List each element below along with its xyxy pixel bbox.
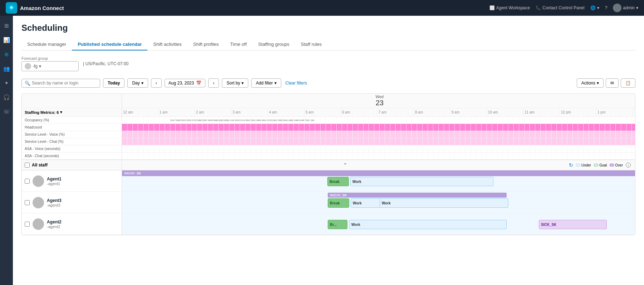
schedule-block-work-agent2[interactable]: Work bbox=[349, 220, 507, 229]
calendar-left-col: Staffing Metrics: 6 ▾ Occupancy (%)Headc… bbox=[22, 94, 122, 160]
calendar-view-button[interactable]: 📋 bbox=[621, 78, 635, 88]
agent-row: Agent1-agent1VACAY_SKBreakWork bbox=[22, 170, 635, 192]
agent-checkbox-agent3[interactable] bbox=[25, 200, 30, 205]
collapse-button[interactable]: ⌃ bbox=[122, 162, 569, 168]
agent-avatar-agent1 bbox=[33, 175, 44, 187]
forecast-label: Forecast group bbox=[21, 56, 79, 61]
time-label-1am: 1 am bbox=[158, 108, 195, 116]
timezone-label: | US/Pacific, UTC-07:00 bbox=[83, 61, 128, 66]
view-selector[interactable]: Day ▾ bbox=[127, 78, 148, 88]
agent-login-agent3: -agent3 bbox=[47, 203, 62, 207]
calendar-header: Staffing Metrics: 6 ▾ Occupancy (%)Headc… bbox=[22, 94, 635, 160]
calendar-grid-icon: 📋 bbox=[625, 81, 631, 86]
refresh-button[interactable]: ↻ bbox=[569, 162, 573, 168]
sidebar-item-scheduling[interactable]: ⊕ bbox=[0, 48, 13, 61]
search-input[interactable] bbox=[32, 81, 97, 86]
help-button[interactable]: ? bbox=[605, 5, 608, 10]
metric-label-asa---voice--seconds-: ASA - Voice (seconds) bbox=[22, 145, 122, 153]
date-display[interactable]: Aug 23, 2023 📅 bbox=[165, 79, 205, 87]
user-menu[interactable]: admin ▾ bbox=[613, 4, 638, 12]
staffing-metrics-chevron: ▾ bbox=[60, 110, 62, 115]
search-box[interactable]: 🔍 bbox=[21, 79, 100, 88]
time-label-11am: 11 am bbox=[523, 108, 560, 116]
actions-button[interactable]: Actions ▾ bbox=[577, 78, 604, 88]
schedule-block-vacay-agent3[interactable]: VACAY_SK bbox=[328, 193, 507, 198]
legend-area: ↻ Under Goal Over i bbox=[569, 162, 635, 168]
agent-login-agent2: -agent2 bbox=[47, 224, 62, 229]
agent-checkbox-agent2[interactable] bbox=[25, 222, 30, 227]
sort-chevron-icon: ▾ bbox=[241, 81, 244, 86]
tab-published-schedule-calendar[interactable]: Published schedule calendar bbox=[72, 39, 147, 50]
schedule-block-work2-agent3[interactable]: Work bbox=[380, 198, 508, 208]
agent-info-agent2: Agent2-agent2 bbox=[22, 213, 122, 235]
toolbar: 🔍 Today Day ▾ ‹ Aug 23, 2023 📅 › Sort by… bbox=[21, 76, 635, 91]
schedule-block-vacay-agent1[interactable]: VACAY_SK bbox=[122, 170, 635, 176]
staffing-metrics-label[interactable]: Staffing Metrics: 6 ▾ bbox=[22, 108, 122, 117]
user-avatar bbox=[613, 4, 621, 12]
forecast-row: Forecast group -fg ▾ | US/Pacific, UTC-0… bbox=[21, 56, 635, 71]
tab-staff-rules[interactable]: Staff rules bbox=[295, 39, 327, 50]
agent-workspace-link[interactable]: ⬜ Agent Workspace bbox=[489, 5, 530, 10]
time-grid-inner: Wed 23 12 am1 am2 am3 am4 am5 am6 am7 am… bbox=[122, 94, 635, 160]
time-label-1pm: 1 pm bbox=[596, 108, 633, 116]
app-logo[interactable]: Amazon Connect bbox=[6, 2, 64, 14]
forecast-chevron-icon: ▾ bbox=[39, 64, 41, 69]
tab-shift-activities[interactable]: Shift activities bbox=[147, 39, 187, 50]
prev-date-button[interactable]: ‹ bbox=[151, 78, 162, 88]
time-label-5am: 5 am bbox=[304, 108, 341, 116]
agent-row: Agent2-agent2Br...WorkSICK_SK bbox=[22, 213, 635, 235]
sidebar-item-phone[interactable]: ☏ bbox=[0, 105, 13, 118]
metric-label-occupancy----: Occupancy (%) bbox=[22, 117, 122, 124]
time-label-10am: 10 am bbox=[487, 108, 523, 116]
tab-bar: Schedule manager Published schedule cale… bbox=[21, 39, 635, 50]
agent-info-agent3: Agent3-agent3 bbox=[22, 192, 122, 213]
forecast-avatar bbox=[25, 63, 31, 69]
today-button[interactable]: Today bbox=[103, 78, 125, 88]
schedule-block-work-agent1[interactable]: Work bbox=[350, 177, 493, 186]
schedule-block-break-agent1[interactable]: Break bbox=[327, 177, 349, 186]
calendar-time-scroll[interactable]: Wed 23 12 am1 am2 am3 am4 am5 am6 am7 am… bbox=[122, 94, 635, 160]
tab-shift-profiles[interactable]: Shift profiles bbox=[187, 39, 225, 50]
add-filter-button[interactable]: Add filter ▾ bbox=[251, 78, 281, 88]
agent-checkbox-agent1[interactable] bbox=[25, 179, 30, 184]
time-label-7am: 7 am bbox=[377, 108, 414, 116]
sidebar-item-grid[interactable]: ⊞ bbox=[0, 19, 13, 32]
all-staff-checkbox[interactable] bbox=[25, 163, 30, 168]
agent-schedule-agent1: VACAY_SKBreakWork bbox=[122, 170, 635, 192]
agent-avatar-agent2 bbox=[33, 218, 44, 230]
info-icon[interactable]: i bbox=[626, 163, 631, 168]
sidebar-item-users[interactable]: 👥 bbox=[0, 62, 13, 75]
contact-control-panel-link[interactable]: 📞 Contact Control Panel bbox=[536, 5, 584, 10]
agent-rows: Agent1-agent1VACAY_SKBreakWorkAgent3-age… bbox=[22, 170, 635, 235]
agent-name-agent1: Agent1 bbox=[47, 177, 62, 182]
schedule-block-sick-agent2[interactable]: SICK_SK bbox=[539, 220, 607, 229]
sidebar-item-headset[interactable]: 🎧 bbox=[0, 91, 13, 104]
agent-info-agent1: Agent1-agent1 bbox=[22, 170, 122, 192]
time-label-12pm: 12 pm bbox=[560, 108, 596, 116]
email-button[interactable]: ✉ bbox=[606, 78, 619, 88]
agent-login-agent1: -agent1 bbox=[47, 182, 62, 186]
phone-icon: 📞 bbox=[536, 5, 541, 10]
tab-time-off[interactable]: Time off bbox=[224, 39, 252, 50]
tab-schedule-manager[interactable]: Schedule manager bbox=[21, 39, 72, 50]
search-icon: 🔍 bbox=[25, 81, 30, 86]
schedule-block-break-agent3[interactable]: Break bbox=[328, 198, 349, 208]
clear-filters-button[interactable]: Clear filters bbox=[284, 79, 309, 87]
top-nav-right: ⬜ Agent Workspace 📞 Contact Control Pane… bbox=[489, 4, 638, 12]
legend-under-dot bbox=[576, 164, 580, 166]
legend-over: Over bbox=[610, 163, 623, 167]
sidebar-item-routing[interactable]: ✦ bbox=[0, 77, 13, 90]
metric-data-rows: ---------5427539455215876572258005837664… bbox=[122, 117, 635, 160]
schedule-block-break-agent2[interactable]: Br... bbox=[328, 220, 347, 229]
sort-by-button[interactable]: Sort by ▾ bbox=[222, 78, 248, 88]
day-name: Wed bbox=[376, 95, 384, 99]
time-label-12am: 12 am bbox=[122, 108, 158, 116]
tab-staffing-groups[interactable]: Staffing groups bbox=[253, 39, 295, 50]
language-selector[interactable]: 🌐 ▾ bbox=[590, 5, 599, 10]
metric-data-row-4 bbox=[122, 145, 635, 153]
sidebar-item-chart[interactable]: 📊 bbox=[0, 34, 13, 47]
next-date-button[interactable]: › bbox=[208, 78, 219, 88]
forecast-group-select[interactable]: -fg ▾ bbox=[21, 61, 79, 71]
agent-name-agent3: Agent3 bbox=[47, 198, 62, 203]
svg-point-0 bbox=[10, 6, 13, 9]
